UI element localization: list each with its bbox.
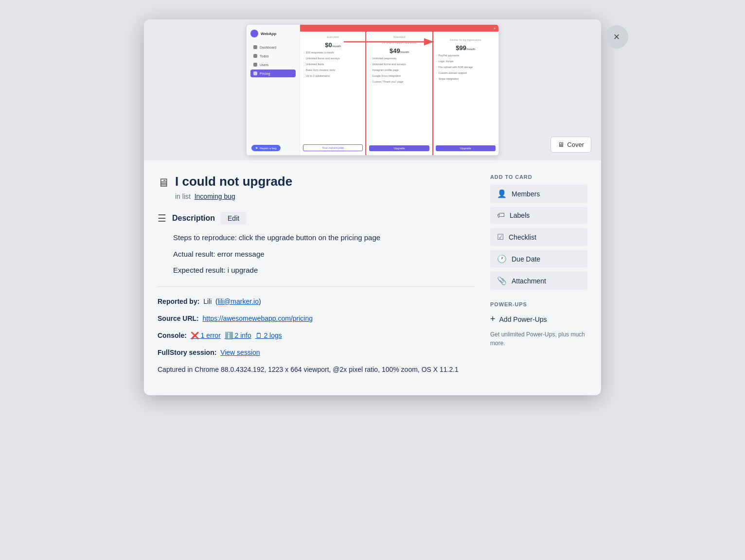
report-bug-btn: ⚑Report a bug xyxy=(251,145,281,151)
cover-button[interactable]: 🖥 Cover xyxy=(550,137,591,153)
screenshot-sidebar: WebApp Dashboard Todos Users Pricing xyxy=(247,25,300,155)
description-title: Description xyxy=(172,214,215,223)
members-icon: 👤 xyxy=(497,189,507,198)
card-title-row: 🖥 I could not upgrade xyxy=(158,174,475,190)
main-content: 🖥 I could not upgrade in list Incoming b… xyxy=(158,174,490,382)
due-date-button[interactable]: 🕐 Due Date xyxy=(490,250,587,268)
edit-button[interactable]: Edit xyxy=(221,212,246,225)
card-title: I could not upgrade xyxy=(175,174,292,189)
feature: Unlimited forms and surveys xyxy=(303,57,363,60)
captured-info: Captured in Chrome 88.0.4324.192, 1223 x… xyxy=(158,365,475,375)
feature: Custom-domain support xyxy=(436,71,496,74)
col-price: $49/month xyxy=(369,47,429,54)
captured-text: Captured in Chrome 88.0.4324.192, 1223 x… xyxy=(158,366,459,373)
add-power-ups-label: Add Power-Ups xyxy=(499,315,547,323)
console-info-link[interactable]: ℹ️ 2 info xyxy=(225,332,251,339)
description-line-2: Actual result: error message xyxy=(173,248,475,261)
reported-name: Lili xyxy=(203,298,212,305)
power-ups-section: POWER-UPS + Add Power-Ups Get unlimited … xyxy=(490,301,587,348)
description-line-1: Steps to reproduce: click the upgrade bu… xyxy=(173,231,475,244)
feature: Instagram profile page xyxy=(369,69,429,71)
col-plan-name: everyone xyxy=(303,35,363,38)
description-header: ☰ Description Edit xyxy=(158,212,475,225)
attachment-icon: 📎 xyxy=(497,276,507,285)
current-plan-btn: Your current plan xyxy=(303,144,363,151)
pricing-col-standard: Standard For small to medium businesses … xyxy=(366,32,432,155)
members-label: Members xyxy=(512,190,540,198)
reported-label: Reported by: xyxy=(158,298,199,305)
fullstory-link[interactable]: View session xyxy=(220,349,260,356)
nav-label: Users xyxy=(260,63,268,67)
pricing-icon xyxy=(253,71,257,75)
modal-body: 🖥 I could not upgrade in list Incoming b… xyxy=(144,160,601,395)
sidebar-panel: ADD TO CARD 👤 Members 🏷 Labels ☑ Checkli… xyxy=(490,174,587,382)
card-list-row: in list Incoming bug xyxy=(175,192,475,200)
add-to-card-label: ADD TO CARD xyxy=(490,174,587,180)
pricing-columns: everyone $0/month 100 responses a month … xyxy=(300,32,498,155)
checklist-icon: ☑ xyxy=(497,232,504,242)
due-date-icon: 🕐 xyxy=(497,254,507,263)
col-price: $0/month xyxy=(303,41,363,49)
power-ups-description: Get unlimited Power-Ups, plus much more. xyxy=(490,330,587,348)
in-list-text: in list xyxy=(175,192,191,200)
checklist-button[interactable]: ☑ Checklist xyxy=(490,228,587,246)
add-power-ups-button[interactable]: + Add Power-Ups xyxy=(490,312,547,326)
source-url: Source URL: https://awesomewebapp.com/pr… xyxy=(158,314,475,324)
labels-label: Labels xyxy=(510,211,530,219)
pricing-col-free: everyone $0/month 100 responses a month … xyxy=(300,32,366,155)
error-banner-close: × xyxy=(494,27,496,30)
col-subtitle: Solution for big organizations xyxy=(436,38,496,41)
feature: Basic form creation tools xyxy=(303,69,363,71)
feature: Stripe integration xyxy=(436,77,496,80)
users-icon xyxy=(253,63,257,67)
nav-dashboard: Dashboard xyxy=(250,43,296,51)
feature: File upload with 5GB storage xyxy=(436,66,496,69)
monitor-icon: 🖥 xyxy=(158,176,169,190)
labels-button[interactable]: 🏷 Labels xyxy=(490,207,587,224)
col-plan-name: Standard xyxy=(369,35,429,38)
upgrade-btn-enterprise: Upgrade xyxy=(436,145,496,151)
nav-label: Todos xyxy=(260,54,269,58)
divider xyxy=(158,286,475,287)
card-modal: × Could not upgrade you × WebApp Dashboa… xyxy=(144,19,601,395)
feature: Unlimited fields xyxy=(303,63,363,66)
nav-pricing: Pricing xyxy=(250,70,296,77)
feature: Unlimited responses xyxy=(369,57,429,60)
console-errors-link[interactable]: ❌ 1 error xyxy=(191,332,221,339)
console-logs-link[interactable]: 🗒 2 logs xyxy=(255,332,282,339)
console-info: Console: ❌ 1 error ℹ️ 2 info 🗒 2 logs xyxy=(158,331,475,341)
reported-email[interactable]: lili@marker.io xyxy=(218,298,259,305)
list-link[interactable]: Incoming bug xyxy=(195,192,235,200)
logo-text: WebApp xyxy=(261,32,276,36)
source-url-link[interactable]: https://awesomewebapp.com/pricing xyxy=(203,315,313,322)
fullstory-session: FullStory session: View session xyxy=(158,348,475,358)
upgrade-btn-standard: Upgrade xyxy=(369,145,429,151)
monitor-small-icon: 🖥 xyxy=(558,141,564,148)
console-label: Console: xyxy=(158,332,187,339)
feature: PayPal payments xyxy=(436,54,496,57)
close-button[interactable]: × xyxy=(605,25,628,49)
screenshot-preview: Could not upgrade you × WebApp Dashboard… xyxy=(246,24,499,156)
feature: Google Docs integration xyxy=(369,74,429,77)
power-ups-label: POWER-UPS xyxy=(490,301,587,307)
labels-icon: 🏷 xyxy=(497,211,505,220)
due-date-label: Due Date xyxy=(512,255,540,263)
feature: Unlimited forms and surveys xyxy=(369,63,429,66)
pricing-col-enterprise: Solution for big organizations $99/month… xyxy=(433,32,498,155)
attachment-label: Attachment xyxy=(512,277,546,285)
members-button[interactable]: 👤 Members xyxy=(490,185,587,203)
checklist-label: Checklist xyxy=(509,233,536,241)
feature: Logic Jumps xyxy=(436,60,496,63)
reported-by: Reported by: Lili (lili@marker.io) xyxy=(158,297,475,307)
dashboard-icon xyxy=(253,45,257,49)
feature: Custom "Thank you" page xyxy=(369,80,429,83)
cover-button-label: Cover xyxy=(567,141,584,148)
attachment-button[interactable]: 📎 Attachment xyxy=(490,272,587,290)
source-label: Source URL: xyxy=(158,315,199,322)
todos-icon xyxy=(253,54,257,58)
feature: 100 responses a month xyxy=(303,51,363,54)
col-price: $99/month xyxy=(436,44,496,52)
cover-image-area: Could not upgrade you × WebApp Dashboard… xyxy=(144,19,601,160)
logo-circle xyxy=(250,30,258,37)
description-icon: ☰ xyxy=(158,212,166,224)
